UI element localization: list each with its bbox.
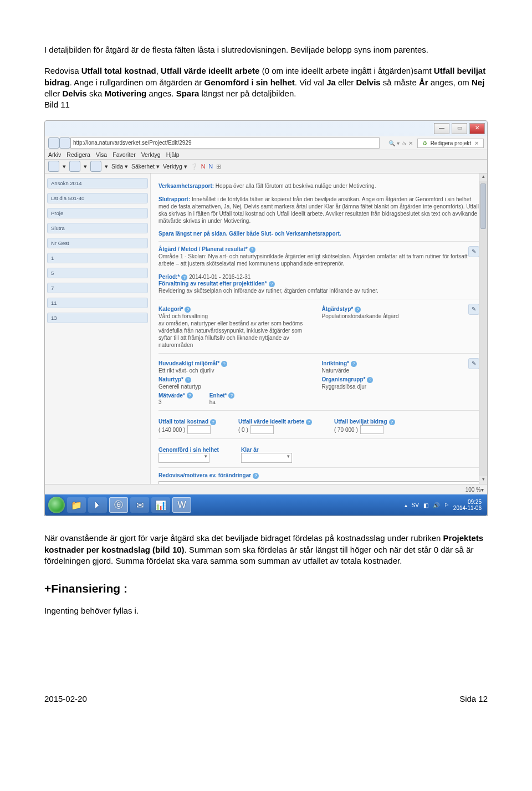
paragraph-4: Ingenting behöver fyllas i.	[44, 605, 488, 616]
forward-button[interactable]	[59, 137, 70, 149]
help-icon[interactable]: ?	[253, 473, 259, 479]
gutter-num[interactable]: 11	[47, 298, 148, 308]
scroll-down-icon[interactable]: ▾	[479, 476, 487, 484]
help-icon[interactable]: ?	[228, 392, 234, 399]
taskbar-item-word[interactable]: W	[172, 497, 191, 513]
start-button[interactable]	[48, 497, 65, 513]
tray-date[interactable]: 2014-11-06	[453, 505, 482, 511]
home-icon[interactable]	[48, 161, 59, 172]
help-icon[interactable]: ?	[185, 307, 191, 313]
menu-hjalp[interactable]: Hjälp	[166, 151, 180, 158]
utfall-ideellt-value: ( 0 )	[238, 427, 248, 433]
address-row: http://lona.naturvardsverket.se/Project/…	[45, 136, 487, 150]
scroll-up-icon[interactable]: ▴	[479, 173, 487, 181]
help-icon[interactable]: ?	[389, 419, 395, 425]
tab-close-icon[interactable]: ✕	[474, 140, 479, 146]
taskbar-item-outlook[interactable]: ✉	[130, 497, 149, 513]
tray-volume-icon[interactable]: 🔊	[433, 502, 439, 508]
text: eller	[44, 89, 63, 98]
footer-date: 2015-02-20	[44, 694, 87, 703]
taskbar-item-libraries[interactable]: 📁	[67, 497, 86, 513]
utfall-kostnad-input[interactable]	[187, 425, 211, 434]
textarea-redovisa[interactable]	[158, 481, 480, 484]
tray-lang[interactable]: SV	[412, 502, 419, 508]
ext-icon[interactable]: N	[201, 163, 206, 170]
label-forvaltning: Förvaltning av resultat efter projekttid…	[158, 280, 267, 287]
help-icon[interactable]: ?	[185, 377, 191, 383]
term-nej: Nej	[472, 78, 484, 87]
gutter-num[interactable]: 1	[47, 253, 148, 263]
help-icon[interactable]: ?	[306, 419, 312, 425]
back-button[interactable]	[48, 137, 59, 149]
term-motivering: Motivering	[104, 89, 146, 98]
tray-up-icon[interactable]: ▴	[405, 502, 407, 508]
help-icon[interactable]: ?	[249, 247, 255, 253]
menu-redigera[interactable]: Redigera	[66, 151, 90, 158]
gutter-num[interactable]: 7	[47, 283, 148, 293]
text: ,	[156, 66, 161, 75]
text: längst ner på detaljbilden.	[199, 89, 296, 98]
menu-verktyg[interactable]: Verktyg	[141, 151, 161, 158]
tray-network-icon[interactable]: ◧	[423, 502, 428, 508]
gutter-item[interactable]: Proje	[47, 208, 148, 218]
select-klar-ar[interactable]	[241, 453, 292, 463]
help-icon[interactable]: ?	[181, 274, 187, 280]
label-naturtyp: Naturtyp*	[158, 376, 183, 382]
help-icon[interactable]: ?	[187, 392, 193, 399]
ext-icon[interactable]: N	[208, 163, 213, 170]
gutter-item[interactable]: Lst dia 501-40	[47, 193, 148, 203]
toolbar-sakerhet[interactable]: Säkerhet ▾	[131, 163, 160, 170]
window-minimize-button[interactable]: —	[434, 123, 449, 134]
label-kategori: Kategori*	[158, 306, 183, 312]
menu-visa[interactable]: Visa	[96, 151, 107, 158]
help-icon[interactable]: ?	[269, 281, 275, 287]
ext-icon[interactable]: ⊞	[216, 163, 221, 170]
verksamhets-text: Hoppa över alla fält förutom att beskriv…	[216, 183, 376, 189]
utfall-ideellt-input[interactable]	[250, 425, 274, 434]
label-utfall-bidrag: Utfall beviljat bidrag?	[334, 419, 395, 425]
label-verksamhetsrapport: Verksamhetsrapport:	[158, 183, 214, 189]
toolbar-sida[interactable]: Sida ▾	[111, 163, 128, 170]
window-maximize-button[interactable]: ▭	[452, 123, 467, 134]
address-bar[interactable]: http://lona.naturvardsverket.se/Project/…	[70, 137, 380, 149]
taskbar-item-media[interactable]: ⏵	[88, 497, 107, 513]
utfall-bidrag-input[interactable]	[360, 425, 383, 434]
text: ska	[87, 89, 105, 98]
edit-icon[interactable]: ✎	[468, 358, 479, 369]
help-icon[interactable]: ?	[367, 377, 373, 383]
tray-time[interactable]: 09:25	[468, 499, 482, 505]
help-icon[interactable]: ?	[355, 307, 361, 313]
label-utfall-kostnad: Utfall total kostnad?	[158, 419, 216, 425]
gutter-item[interactable]: Ansökn 2014	[47, 178, 148, 188]
edit-icon[interactable]: ✎	[468, 246, 479, 257]
select-genomford[interactable]	[158, 453, 209, 463]
term-ja: Ja	[326, 78, 336, 87]
menu-arkiv[interactable]: Arkiv	[48, 151, 61, 158]
tab-current[interactable]: ♻ Redigera projekt ✕	[417, 139, 484, 148]
help-icon[interactable]: ?	[210, 419, 216, 425]
period-value: 2014-01-01 - 2016-12-31	[189, 274, 250, 280]
label-atgardstyp: Åtgärdstyp*	[322, 306, 354, 312]
taskbar-item-excel[interactable]: 📊	[151, 497, 170, 513]
menu-favoriter[interactable]: Favoriter	[112, 151, 135, 158]
toolbar-verktyg[interactable]: Verktyg ▾	[163, 163, 187, 170]
feed-icon[interactable]	[69, 161, 80, 172]
search-icon: 🔍 ▾ 🖒 ✕	[388, 140, 412, 146]
gutter-item[interactable]: Nr Gest	[47, 238, 148, 248]
ext-icon[interactable]: ❔	[191, 163, 198, 170]
help-icon[interactable]: ?	[351, 361, 357, 367]
text: anges, om	[428, 78, 472, 87]
zoom-label[interactable]: 100 %	[466, 487, 481, 493]
favicon-icon: ♻	[422, 140, 427, 146]
edit-icon[interactable]: ✎	[468, 304, 479, 315]
tray-flag-icon[interactable]: ⚐	[444, 502, 449, 508]
scrollbar-vertical[interactable]: ▴ ▾	[479, 173, 487, 484]
page-footer: 2015-02-20 Sida 12	[44, 694, 488, 703]
mail-icon[interactable]	[90, 161, 101, 172]
gutter-num[interactable]: 13	[47, 313, 148, 323]
help-icon[interactable]: ?	[221, 361, 227, 367]
gutter-item[interactable]: Slutra	[47, 223, 148, 233]
taskbar-item-ie[interactable]: ⓔ	[109, 497, 128, 513]
window-close-button[interactable]: ✕	[469, 123, 485, 134]
gutter-num[interactable]: 5	[47, 268, 148, 278]
